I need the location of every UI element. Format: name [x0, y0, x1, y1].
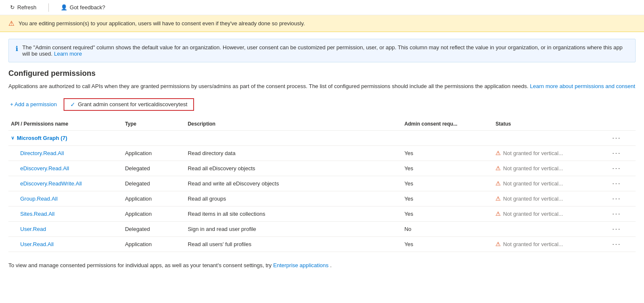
admin-consent-cell: No	[402, 221, 493, 236]
status-text: Not granted for vertical...	[503, 196, 563, 202]
col-header-status: Status	[493, 118, 607, 131]
info-icon: ℹ	[16, 45, 18, 53]
permission-type: Delegated	[122, 176, 185, 191]
info-banner: ℹ The "Admin consent required" column sh…	[8, 39, 636, 62]
status-warning-icon: ⚠	[495, 165, 501, 172]
status-warning-icon: ⚠	[495, 241, 501, 247]
main-content: Configured permissions Applications are …	[0, 69, 644, 277]
status-warning-icon: ⚠	[495, 195, 501, 202]
status-cell: ⚠Not granted for vertical...	[493, 176, 607, 191]
row-more-options-button[interactable]: ···	[609, 240, 623, 249]
status-cell: ⚠Not granted for vertical...	[493, 236, 607, 252]
permission-description: Read and write all eDiscovery objects	[185, 176, 402, 191]
permission-name-link[interactable]: eDiscovery.ReadWrite.All	[20, 180, 82, 187]
table-row: eDiscovery.Read.All Delegated Read all e…	[8, 161, 636, 176]
footer-text: To view and manage consented permissions…	[8, 262, 636, 268]
feedback-button[interactable]: 👤 Got feedback?	[57, 3, 109, 12]
separator	[48, 3, 49, 12]
permission-description: Read items in all site collections	[185, 206, 402, 221]
warning-text: You are editing permission(s) to your ap…	[19, 20, 305, 27]
status-cell: ⚠Not granted for vertical...	[493, 161, 607, 176]
admin-consent-value: Yes	[404, 241, 413, 247]
feedback-label: Got feedback?	[70, 4, 106, 11]
permission-type: Application	[122, 206, 185, 221]
admin-consent-cell: Yes	[402, 236, 493, 252]
table-row: User.Read Delegated Sign in and read use…	[8, 221, 636, 236]
status-warning-icon: ⚠	[495, 150, 501, 156]
refresh-button[interactable]: ↻ Refresh	[7, 3, 40, 12]
row-more-options-button[interactable]: ···	[609, 164, 623, 173]
warning-icon: ⚠	[8, 19, 14, 27]
col-header-admin-consent: Admin consent requ...	[402, 118, 493, 131]
table-row: Sites.Read.All Application Read items in…	[8, 206, 636, 221]
group-name-link[interactable]: Microsoft Graph (7)	[17, 135, 67, 141]
section-description: Applications are authorized to call APIs…	[8, 82, 636, 91]
info-text: The "Admin consent required" column show…	[22, 44, 628, 57]
enterprise-applications-link[interactable]: Enterprise applications	[273, 262, 329, 268]
add-permission-button[interactable]: + Add a permission	[8, 99, 59, 109]
group-more-options-button[interactable]: ···	[609, 134, 623, 142]
row-more-options-button[interactable]: ···	[609, 225, 623, 233]
admin-consent-cell: Yes	[402, 145, 493, 161]
admin-consent-cell: Yes	[402, 191, 493, 206]
admin-consent-cell: Yes	[402, 206, 493, 221]
status-cell: ⚠Not granted for vertical...	[493, 191, 607, 206]
permission-type: Application	[122, 236, 185, 252]
admin-consent-value: Yes	[404, 211, 413, 217]
permissions-table: API / Permissions name Type Description …	[8, 118, 636, 252]
top-bar: ↻ Refresh 👤 Got feedback?	[0, 0, 644, 15]
status-warning-icon: ⚠	[495, 180, 501, 187]
row-more-options-button[interactable]: ···	[609, 194, 623, 203]
status-text: Not granted for vertical...	[503, 211, 563, 217]
permission-name-link[interactable]: User.Read.All	[20, 241, 53, 247]
status-warning-icon: ⚠	[495, 210, 501, 217]
permission-description: Read all groups	[185, 191, 402, 206]
status-text: Not granted for vertical...	[503, 180, 563, 187]
table-row: User.Read.All Application Read all users…	[8, 236, 636, 252]
collapse-icon: ∨	[11, 135, 14, 141]
permission-type: Delegated	[122, 161, 185, 176]
permission-name-link[interactable]: User.Read	[20, 226, 46, 232]
col-header-action	[607, 118, 636, 131]
row-more-options-button[interactable]: ···	[609, 179, 623, 188]
permission-description: Sign in and read user profile	[185, 221, 402, 236]
row-more-options-button[interactable]: ···	[609, 149, 623, 158]
table-row: Directory.Read.All Application Read dire…	[8, 145, 636, 161]
table-group-row: ∨ Microsoft Graph (7) ···	[8, 130, 636, 145]
grant-admin-label: Grant admin consent for verticaldiscover…	[78, 101, 187, 107]
permission-type: Application	[122, 191, 185, 206]
table-row: eDiscovery.ReadWrite.All Delegated Read …	[8, 176, 636, 191]
admin-consent-value: Yes	[404, 165, 413, 172]
section-title: Configured permissions	[8, 69, 636, 78]
permission-name-link[interactable]: Directory.Read.All	[20, 150, 64, 156]
info-learn-more-link[interactable]: Learn more	[54, 51, 82, 57]
checkmark-icon: ✓	[70, 101, 75, 108]
status-text: Not granted for vertical...	[503, 150, 563, 156]
status-text: Not granted for vertical...	[503, 241, 563, 247]
table-row: Group.Read.All Application Read all grou…	[8, 191, 636, 206]
status-cell	[493, 221, 607, 236]
permission-name-link[interactable]: eDiscovery.Read.All	[20, 165, 69, 172]
add-permission-label: + Add a permission	[10, 101, 57, 107]
refresh-icon: ↻	[10, 4, 15, 11]
permission-type: Application	[122, 145, 185, 161]
admin-consent-cell: Yes	[402, 176, 493, 191]
learn-more-link[interactable]: Learn more about permissions and consent	[530, 83, 635, 89]
admin-consent-value: Yes	[404, 150, 413, 156]
refresh-label: Refresh	[17, 4, 37, 11]
status-cell: ⚠Not granted for vertical...	[493, 206, 607, 221]
permission-description: Read directory data	[185, 145, 402, 161]
admin-consent-value: Yes	[404, 196, 413, 202]
warning-banner: ⚠ You are editing permission(s) to your …	[0, 15, 644, 32]
permission-name-link[interactable]: Sites.Read.All	[20, 211, 55, 217]
grant-admin-consent-button[interactable]: ✓ Grant admin consent for verticaldiscov…	[64, 98, 194, 111]
col-header-type: Type	[122, 118, 185, 131]
row-more-options-button[interactable]: ···	[609, 209, 623, 218]
permission-type: Delegated	[122, 221, 185, 236]
permission-description: Read all users' full profiles	[185, 236, 402, 252]
actions-row: + Add a permission ✓ Grant admin consent…	[8, 98, 636, 111]
col-header-api: API / Permissions name	[8, 118, 122, 131]
admin-consent-value: No	[404, 226, 412, 232]
permission-description: Read all eDiscovery objects	[185, 161, 402, 176]
permission-name-link[interactable]: Group.Read.All	[20, 196, 58, 202]
